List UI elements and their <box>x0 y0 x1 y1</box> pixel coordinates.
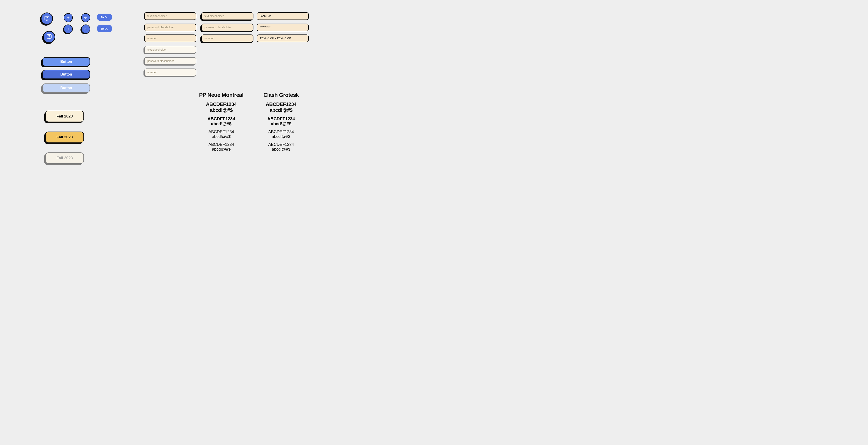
number-field-filled[interactable] <box>257 34 309 42</box>
help-icon-button[interactable] <box>41 12 53 25</box>
primary-button-disabled: Button <box>42 84 90 92</box>
question-bubble-icon <box>44 16 50 22</box>
font-specimen-neue-montreal: PP Neue Montreal ABCDEF1234abcd!@#$ ABCD… <box>192 92 251 155</box>
number-input-shadow[interactable] <box>201 34 253 42</box>
specimen-upper: ABCDEF1234 <box>192 142 251 147</box>
font-title: Clash Grotesk <box>252 92 311 98</box>
back-button-shadow[interactable] <box>81 25 90 34</box>
specimen-lower: abcd!@#$ <box>252 134 311 139</box>
todo-pill-2[interactable]: To Do <box>97 25 112 32</box>
name-field[interactable] <box>257 12 309 20</box>
font-specimen-clash-grotesk: Clash Grotesk ABCDEF1234abcd!@#$ ABCDEF1… <box>252 92 311 155</box>
password-input-shadow[interactable] <box>201 24 253 31</box>
specimen-lower: abcd!@#$ <box>252 121 311 126</box>
add-button-shadow[interactable] <box>64 25 73 34</box>
password-input-light[interactable] <box>144 57 196 65</box>
text-input-shadow[interactable] <box>201 12 253 20</box>
font-title: PP Neue Montreal <box>192 92 251 98</box>
term-chip-amber[interactable]: Fall 2023 <box>45 131 84 143</box>
back-button[interactable] <box>81 13 90 22</box>
specimen-upper: ABCDEF1234 <box>192 116 251 121</box>
specimen-upper: ABCDEF1234 <box>192 101 251 107</box>
plus-icon <box>66 27 70 31</box>
plus-icon <box>66 16 70 20</box>
primary-button-light[interactable]: Button <box>42 57 90 66</box>
arrow-left-icon <box>84 16 88 20</box>
specimen-lower: abcd!@#$ <box>252 147 311 152</box>
term-chip-disabled: Fall 2023 <box>45 152 84 164</box>
question-bubble-icon <box>46 34 52 40</box>
specimen-upper: ABCDEF1234 <box>252 116 311 121</box>
primary-button-dark[interactable]: Button <box>42 70 90 79</box>
number-input-light[interactable] <box>144 68 196 76</box>
specimen-upper: ABCDEF1234 <box>252 142 311 147</box>
specimen-lower: abcd!@#$ <box>192 147 251 152</box>
svg-point-1 <box>47 19 47 19</box>
text-input[interactable] <box>144 12 196 20</box>
specimen-lower: abcd!@#$ <box>192 121 251 126</box>
specimen-upper: ABCDEF1234 <box>192 129 251 134</box>
todo-pill[interactable]: To Do <box>97 13 112 21</box>
specimen-upper: ABCDEF1234 <box>252 129 311 134</box>
specimen-lower: abcd!@#$ <box>192 134 251 139</box>
arrow-left-icon <box>84 27 88 31</box>
text-input-light[interactable] <box>144 46 196 54</box>
number-input[interactable] <box>144 34 196 42</box>
password-field-filled[interactable] <box>257 24 309 31</box>
add-button[interactable] <box>64 13 73 22</box>
term-chip-cream[interactable]: Fall 2023 <box>45 111 84 122</box>
svg-point-3 <box>49 37 50 37</box>
specimen-lower: abcd!@#$ <box>252 107 311 113</box>
help-icon-button-2[interactable] <box>43 31 55 43</box>
password-input[interactable] <box>144 24 196 31</box>
specimen-upper: ABCDEF1234 <box>252 101 311 107</box>
specimen-lower: abcd!@#$ <box>192 107 251 113</box>
